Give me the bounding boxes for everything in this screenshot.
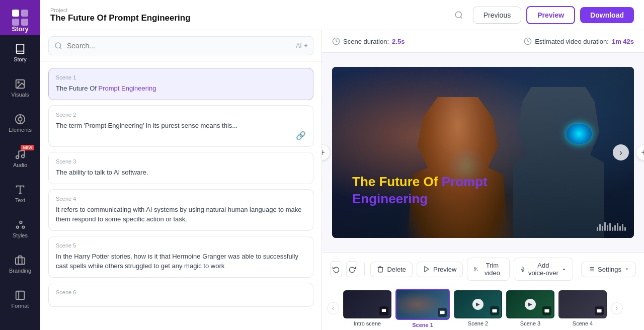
robot-shape (513, 87, 604, 238)
sidebar-logo[interactable]: Story (0, 0, 40, 35)
svg-line-31 (475, 268, 476, 269)
sidebar-item-text[interactable]: Text (0, 176, 40, 211)
scene-duration-label: Scene duration: (343, 38, 389, 45)
project-label: Project (50, 7, 440, 13)
timeline-item-scene4[interactable]: Scene 4 (558, 290, 607, 326)
previous-button[interactable]: Previous (473, 7, 521, 24)
svg-point-22 (55, 43, 61, 48)
sidebar-item-elements[interactable]: Elements (0, 106, 40, 141)
overlay-text-part1: The Future Of (352, 174, 442, 189)
audio-icon (15, 149, 26, 160)
scene-card-2[interactable]: Scene 2 The term 'Prompt Engineering' in… (48, 105, 313, 147)
chevron-down-settings-icon (624, 267, 629, 272)
svg-line-23 (60, 47, 61, 49)
sidebar-item-styles[interactable]: Styles (0, 211, 40, 246)
video-next-button[interactable]: › (613, 144, 629, 160)
timeline-prev-button[interactable]: ‹ (327, 302, 339, 314)
audio-bar (612, 227, 613, 231)
sidebar-item-story[interactable]: Story (0, 35, 40, 70)
preview-button[interactable]: Preview (526, 6, 575, 24)
clock-estimated-icon (524, 37, 532, 45)
timeline-thumb-scene4[interactable] (558, 290, 607, 318)
timeline-thumb-scene2[interactable]: ▶ (454, 290, 502, 318)
audio-bar (619, 226, 621, 231)
timeline-label-scene4: Scene 4 (573, 320, 593, 326)
add-scene-right-button[interactable]: + (636, 144, 644, 160)
delete-button[interactable]: Delete (370, 262, 413, 277)
delete-label: Delete (387, 266, 406, 273)
scene-label-2: Scene 2 (56, 112, 306, 118)
timeline-thumb-intro[interactable] (343, 290, 391, 318)
svg-rect-47 (544, 309, 549, 312)
play-icon-scene3: ▶ (525, 299, 536, 310)
timeline-thumb-scene1[interactable] (395, 289, 450, 320)
preview-toolbar-button[interactable]: Preview (417, 262, 463, 277)
link-icon-2[interactable]: 🔗 (296, 131, 306, 140)
timeline-item-scene3[interactable]: ▶ Scene 3 (506, 290, 554, 326)
video-frame: The Future Of Prompt Engineering › (332, 67, 634, 238)
svg-rect-18 (16, 291, 25, 300)
chevron-up-icon (561, 266, 567, 273)
sidebar-label-branding: Branding (9, 268, 31, 274)
sidebar-item-format[interactable]: Format (0, 282, 40, 317)
audio-bar (597, 227, 598, 231)
scene-card-4[interactable]: Scene 4 It refers to communicating with … (48, 189, 313, 231)
svg-rect-43 (440, 310, 444, 314)
scene-card-3[interactable]: Scene 3 The ability to talk to AI softwa… (48, 152, 313, 184)
trim-button[interactable]: Trim video (467, 258, 509, 281)
scene-duration-value: 2.5s (392, 38, 405, 45)
sidebar-item-audio[interactable]: NEW Audio (0, 141, 40, 176)
scene-text-highlight-1: Prompt Engineering (99, 85, 156, 92)
redo-button[interactable] (346, 261, 358, 277)
audio-bar (624, 227, 626, 231)
audio-bar (604, 222, 606, 231)
svg-rect-49 (597, 309, 601, 312)
svg-point-10 (16, 156, 19, 159)
sidebar-item-branding[interactable]: Branding (0, 246, 40, 282)
sidebar-label-elements: Elements (9, 127, 32, 133)
search-icon (54, 42, 62, 50)
add-scene-left-button[interactable]: + (322, 144, 330, 160)
scene-card-1[interactable]: Scene 1 The Future Of Prompt Engineering (48, 68, 313, 100)
main-content: Project The Future Of Prompt Engineering… (40, 0, 644, 330)
svg-line-30 (476, 270, 477, 271)
ai-button[interactable]: AI ✦ (296, 42, 308, 49)
voice-button[interactable]: Add voice-over (514, 258, 573, 281)
timeline-icon-scene1 (438, 308, 447, 317)
scene-label-5: Scene 5 (56, 242, 306, 249)
layer-icon-scene3 (544, 308, 549, 313)
estimated-duration-label: Estimated video duration: (535, 38, 609, 45)
timeline-item-scene2[interactable]: ▶ Scene 2 (454, 290, 502, 326)
trim-label: Trim video (481, 262, 503, 277)
video-overlay-text: The Future Of Prompt Engineering (352, 174, 488, 208)
scene-text-4: It refers to communicating with AI syste… (56, 205, 306, 224)
timeline-item-intro[interactable]: Intro scene (343, 290, 391, 326)
trim-icon (473, 266, 478, 273)
scene-text-1: The Future Of Prompt Engineering (56, 84, 306, 94)
sidebar-label-styles: Styles (13, 232, 28, 238)
right-panel: Scene duration: 2.5s Estimated video dur… (322, 30, 644, 330)
search-bar: AI ✦ (40, 30, 321, 62)
scene-text-2: The term 'Prompt Engineering' in its pur… (56, 121, 306, 131)
sidebar-item-visuals[interactable]: Visuals (0, 70, 40, 106)
undo-button[interactable] (330, 261, 342, 277)
estimated-duration: Estimated video duration: 1m 42s (524, 37, 634, 45)
audio-bars (597, 221, 626, 231)
timeline-icon-scene3 (542, 306, 551, 315)
scene-card-5[interactable]: Scene 5 In the Harry Potter stories, how… (48, 236, 313, 278)
timeline-item-scene1[interactable]: Scene 1 (395, 289, 450, 328)
format-icon (15, 290, 26, 301)
text-icon (15, 184, 26, 195)
scene-card-6[interactable]: Scene 6 (48, 283, 313, 307)
search-header-button[interactable] (450, 6, 468, 24)
left-panel: AI ✦ Scene 1 The Future Of Prompt Engine… (40, 30, 322, 330)
robot-eye (567, 124, 592, 144)
audio-bar (607, 225, 608, 231)
timeline-thumb-scene3[interactable]: ▶ (506, 290, 554, 318)
styles-icon (15, 219, 26, 230)
download-button[interactable]: Download (580, 7, 634, 23)
timeline: ‹ Intro scene (322, 286, 644, 330)
search-input[interactable] (48, 36, 313, 55)
timeline-next-button[interactable]: › (611, 302, 623, 314)
settings-button[interactable]: Settings (581, 262, 636, 277)
